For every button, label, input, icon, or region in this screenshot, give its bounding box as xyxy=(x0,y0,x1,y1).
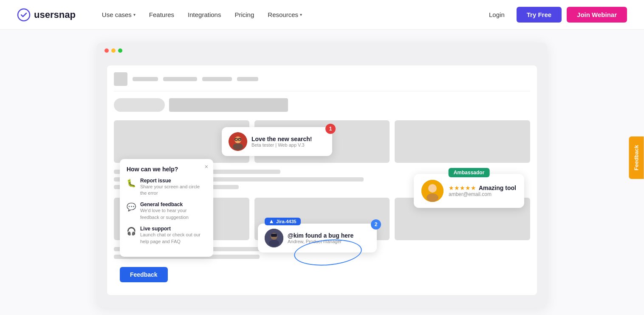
browser-dot-yellow xyxy=(111,48,116,53)
help-item-report-text: Report issue Share your screen and circl… xyxy=(140,178,206,197)
fake-grid-item-3 xyxy=(395,120,530,163)
nav-links: Use cases ▾ Features Integrations Pricin… xyxy=(97,8,482,22)
overlay-help-widget: How can we help? × 🐛 Report issue Share … xyxy=(120,159,213,257)
nav-pricing[interactable]: Pricing xyxy=(229,8,259,22)
feedback-button[interactable]: Feedback xyxy=(120,267,168,282)
fake-search-result xyxy=(169,98,288,112)
logo-text: usersnap xyxy=(34,9,76,20)
browser-dot-green xyxy=(118,48,122,53)
fake-nav-line-1 xyxy=(133,77,158,81)
comment1-badge: 1 xyxy=(325,124,336,134)
chevron-down-icon-2: ▾ xyxy=(300,12,302,17)
overlay-comment-1: Love the new search! Beta tester | Web a… xyxy=(222,127,332,156)
fake-topbar xyxy=(114,72,530,91)
fake-nav-line-3 xyxy=(202,77,232,81)
fake-site: Love the new search! Beta tester | Web a… xyxy=(107,65,537,295)
help-item-report-desc: Share your screen and circle the error xyxy=(140,184,206,197)
browser-content: Love the new search! Beta tester | Web a… xyxy=(97,59,547,308)
help-item-support-desc: Launch chat or check out our help page a… xyxy=(140,232,206,245)
ambassador-badge-label: Ambassador xyxy=(449,168,490,177)
overlay-ambassador: Ambassador ★★★★★ Amazing tool xyxy=(414,174,524,208)
fake-search-pill xyxy=(114,98,165,112)
svg-point-13 xyxy=(269,240,279,247)
help-item-report-title: Report issue xyxy=(140,178,206,184)
fake-nav-line-2 xyxy=(163,77,197,81)
headphones-icon: 🎧 xyxy=(127,227,136,236)
help-item-support[interactable]: 🎧 Live support Launch chat or check out … xyxy=(127,226,206,245)
ambassador-rating-text: Amazing tool xyxy=(479,184,516,191)
jira-tag: Jira-4435 xyxy=(265,218,301,225)
fake-search-area xyxy=(114,98,530,112)
chat-icon: 💬 xyxy=(127,202,136,212)
nav-actions: Login Try Free Join Webinar xyxy=(482,7,627,23)
main-content: Love the new search! Beta tester | Web a… xyxy=(0,30,644,315)
login-button[interactable]: Login xyxy=(482,8,511,22)
fake-nav-line-4 xyxy=(237,77,258,81)
ambassador-info: ★★★★★ Amazing tool amber@email.com xyxy=(449,184,516,197)
comment2-avatar xyxy=(265,229,283,247)
browser-dot-red xyxy=(105,48,109,53)
help-item-support-title: Live support xyxy=(140,226,206,232)
navbar: usersnap Use cases ▾ Features Integratio… xyxy=(0,0,644,30)
comment1-text: Love the new search! Beta tester | Web a… xyxy=(251,136,325,148)
comment1-avatar xyxy=(229,132,247,151)
logo-icon xyxy=(17,8,31,22)
join-webinar-button[interactable]: Join Webinar xyxy=(567,7,627,23)
help-item-support-text: Live support Launch chat or check out ou… xyxy=(140,226,206,245)
ambassador-stars: ★★★★★ xyxy=(449,184,476,191)
help-item-feedback-desc: We'd love to hear your feedback or sugge… xyxy=(140,207,206,221)
browser-mockup: Love the new search! Beta tester | Web a… xyxy=(97,43,547,308)
svg-point-5 xyxy=(233,143,243,150)
help-item-feedback-text: General feedback We'd love to hear your … xyxy=(140,201,206,221)
fake-logo-box xyxy=(114,72,127,86)
nav-use-cases[interactable]: Use cases ▾ xyxy=(97,8,141,22)
nav-resources[interactable]: Resources ▾ xyxy=(263,8,307,22)
svg-rect-12 xyxy=(271,234,277,237)
ambassador-email: amber@email.com xyxy=(449,191,516,197)
nav-features[interactable]: Features xyxy=(144,8,179,22)
comment1-avatar-img xyxy=(229,132,247,151)
svg-point-2 xyxy=(234,136,241,143)
logo-link[interactable]: usersnap xyxy=(17,8,76,22)
help-item-feedback-title: General feedback xyxy=(140,201,206,207)
comment1-title: Love the new search! xyxy=(251,136,325,142)
help-widget-close[interactable]: × xyxy=(205,163,208,170)
ambassador-avatar xyxy=(421,180,443,202)
side-feedback-tab[interactable]: Feedback xyxy=(629,136,644,179)
browser-bar xyxy=(97,43,547,59)
try-free-button[interactable]: Try Free xyxy=(517,7,562,23)
help-widget-title: How can we help? xyxy=(127,166,206,173)
svg-point-0 xyxy=(18,9,30,21)
comment1-subtitle: Beta tester | Web app V.3 xyxy=(251,142,325,148)
help-item-report[interactable]: 🐛 Report issue Share your screen and cir… xyxy=(127,178,206,197)
help-item-feedback[interactable]: 💬 General feedback We'd love to hear you… xyxy=(127,201,206,221)
svg-marker-9 xyxy=(270,220,273,223)
chevron-down-icon: ▾ xyxy=(133,12,136,17)
svg-point-7 xyxy=(428,184,437,193)
svg-point-8 xyxy=(427,193,438,202)
bug-icon: 🐛 xyxy=(127,179,136,188)
comment2-title: @kim found a bug here xyxy=(288,232,353,239)
comment2-badge: 2 xyxy=(371,219,381,230)
nav-integrations[interactable]: Integrations xyxy=(183,8,226,22)
